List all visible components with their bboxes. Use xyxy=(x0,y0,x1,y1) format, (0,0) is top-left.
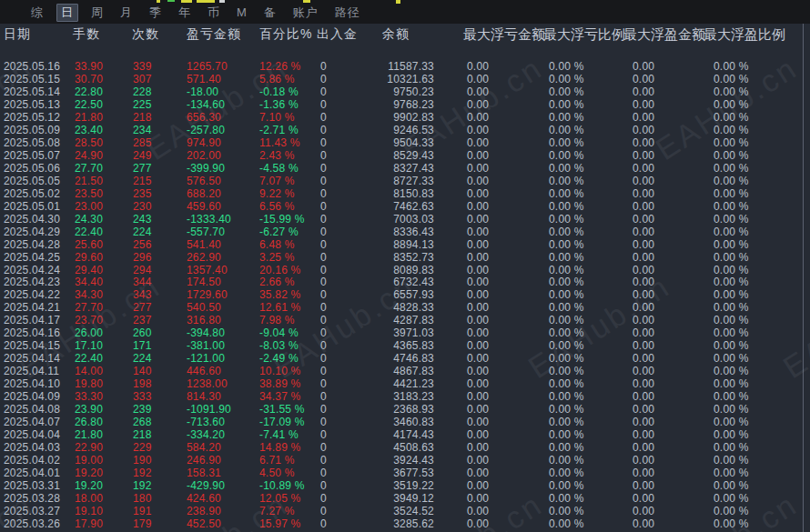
table-row[interactable]: 2025.04.1626.00260-394.80-9.04 %03971.03… xyxy=(0,326,810,339)
table-row[interactable]: 2025.05.0724.90249202.002.43 %08529.430.… xyxy=(0,149,810,162)
cell-max_float_loss_ratio: 0.00 % xyxy=(549,365,623,377)
tab-综[interactable]: 综 xyxy=(27,5,47,21)
cell-max_float_profit: 0.00 xyxy=(633,111,704,124)
cell-date: 2025.04.10 xyxy=(4,377,71,390)
top-edge-artifact xyxy=(167,0,175,2)
table-row[interactable]: 2025.05.0923.40234-257.80-2.71 %09246.53… xyxy=(0,124,810,136)
cell-balance: 4174.43 xyxy=(362,428,434,441)
table-row[interactable]: 2025.04.2529.60296262.903.25 %08352.730.… xyxy=(0,251,810,264)
cell-max_float_loss_ratio: 0.00 % xyxy=(549,162,623,175)
cell-date: 2025.05.02 xyxy=(4,187,71,200)
table-row[interactable]: 2025.04.0322.90229584.2014.89 %04508.630… xyxy=(0,441,810,454)
table-row[interactable]: 2025.05.1633.903391265.7012.26 %011587.3… xyxy=(0,60,810,73)
table-row[interactable]: 2025.04.0219.00190246.906.71 %03924.430.… xyxy=(0,454,810,467)
cell-max_float_loss: 0.00 xyxy=(467,314,538,326)
tab-月[interactable]: 月 xyxy=(116,5,137,21)
cell-max_float_loss_ratio: 0.00 % xyxy=(549,428,623,441)
table-row[interactable]: 2025.05.1221.80218656.307.10 %09902.830.… xyxy=(0,111,810,124)
table-row[interactable]: 2025.04.3024.30243-1333.40-15.99 %07003.… xyxy=(0,213,810,226)
cell-lots: 22.40 xyxy=(75,226,127,238)
table-row[interactable]: 2025.03.2818.00180424.6012.05 %03949.120… xyxy=(0,492,810,505)
cell-lots: 17.10 xyxy=(75,339,127,352)
table-row[interactable]: 2025.04.0933.30333814.3034.37 %03183.230… xyxy=(0,390,810,403)
cell-lots: 22.80 xyxy=(75,85,127,98)
cell-lots: 27.70 xyxy=(75,162,127,175)
cell-balance: 10321.63 xyxy=(362,73,434,85)
cell-max_float_profit_ratio: 0.00 % xyxy=(714,226,788,238)
cell-max_float_loss_ratio: 0.00 % xyxy=(549,326,623,339)
table-row[interactable]: 2025.04.2234.303431729.6035.82 %06557.93… xyxy=(0,288,810,301)
table-row[interactable]: 2025.05.0828.50285974.9011.43 %09504.330… xyxy=(0,136,810,149)
table-row[interactable]: 2025.04.0119.20192158.314.50 %03677.530.… xyxy=(0,467,810,479)
table-row[interactable]: 2025.05.0627.70277-399.90-4.58 %08327.43… xyxy=(0,162,810,175)
table-row[interactable]: 2025.04.0726.80268-713.60-17.09 %03460.8… xyxy=(0,416,810,428)
cell-percent: 12.61 % xyxy=(259,301,318,314)
cell-lots: 21.50 xyxy=(75,175,127,187)
cell-percent: -6.27 % xyxy=(259,226,318,238)
table-row[interactable]: 2025.04.1114.00140446.6010.10 %04867.830… xyxy=(0,365,810,377)
cell-date: 2025.04.17 xyxy=(4,314,71,326)
table-row[interactable]: 2025.03.2719.10191238.907.27 %03524.520.… xyxy=(0,505,810,517)
cell-inout: 0 xyxy=(320,187,359,200)
cell-max_float_profit_ratio: 0.00 % xyxy=(714,98,788,111)
tab-周[interactable]: 周 xyxy=(87,5,107,21)
cell-max_float_loss_ratio: 0.00 % xyxy=(549,339,623,352)
table-row[interactable]: 2025.05.0521.50215576.507.07 %08727.330.… xyxy=(0,175,810,187)
cell-max_float_profit_ratio: 0.00 % xyxy=(714,111,788,124)
cell-date: 2025.04.23 xyxy=(4,276,71,288)
table-row[interactable]: 2025.05.1530.70307571.405.86 %010321.630… xyxy=(0,73,810,85)
cell-lots: 33.90 xyxy=(75,60,127,73)
tab-币[interactable]: 币 xyxy=(204,5,224,21)
table-row[interactable]: 2025.04.2429.402941357.4020.16 %08089.83… xyxy=(0,264,810,276)
table-row[interactable]: 2025.04.2127.70277540.5012.61 %04828.330… xyxy=(0,301,810,314)
table-row[interactable]: 2025.03.2617.90179452.5015.97 %03285.620… xyxy=(0,517,810,530)
cell-inout: 0 xyxy=(320,124,359,136)
table-row[interactable]: 2025.05.1422.80228-18.00-0.18 %09750.230… xyxy=(0,85,810,98)
cell-max_float_profit: 0.00 xyxy=(633,149,704,162)
cell-count: 268 xyxy=(133,416,182,428)
cell-count: 218 xyxy=(133,111,182,124)
cell-max_float_profit_ratio: 0.00 % xyxy=(714,200,788,213)
table-row[interactable]: 2025.04.2334.40344174.502.66 %06732.430.… xyxy=(0,276,810,288)
cell-inout: 0 xyxy=(320,403,359,416)
cell-lots: 23.40 xyxy=(75,124,127,136)
cell-balance: 9902.83 xyxy=(362,111,434,124)
table-row[interactable]: 2025.05.0123.00230459.606.56 %07462.630.… xyxy=(0,200,810,213)
cell-inout: 0 xyxy=(320,276,359,288)
tab-备[interactable]: 备 xyxy=(260,5,280,21)
cell-max_float_profit_ratio: 0.00 % xyxy=(714,505,788,517)
table-row[interactable]: 2025.04.2825.60256541.406.48 %08894.130.… xyxy=(0,238,810,251)
table-row[interactable]: 2025.04.0823.90239-1091.90-31.55 %02368.… xyxy=(0,403,810,416)
cell-max_float_profit: 0.00 xyxy=(633,365,704,377)
cell-date: 2025.05.13 xyxy=(4,98,71,111)
cell-profit: -1333.40 xyxy=(187,213,256,226)
tab-路径[interactable]: 路径 xyxy=(331,5,364,21)
table-row[interactable]: 2025.04.1422.40224-121.00-2.49 %04746.83… xyxy=(0,352,810,365)
tab-日[interactable]: 日 xyxy=(56,4,78,22)
tab-季[interactable]: 季 xyxy=(146,5,166,21)
table-row[interactable]: 2025.05.1322.50225-134.60-1.36 %09768.23… xyxy=(0,98,810,111)
daily-statistics-table: 日期手数次数盈亏金额百分比%出入金余额最大浮亏金额最大浮亏比例最大浮盈金额最大浮… xyxy=(0,24,810,532)
table-row[interactable]: 2025.04.0421.80218-334.20-7.41 %04174.43… xyxy=(0,428,810,441)
cell-lots: 26.80 xyxy=(75,416,127,428)
cell-max_float_loss_ratio: 0.00 % xyxy=(549,441,623,454)
tab-年[interactable]: 年 xyxy=(175,5,195,21)
cell-date: 2025.04.14 xyxy=(4,352,71,365)
table-row[interactable]: 2025.04.1019.801981238.0038.89 %04421.23… xyxy=(0,377,810,390)
table-row[interactable]: 2025.04.1517.10171-381.00-8.03 %04365.83… xyxy=(0,339,810,352)
cell-profit: -713.60 xyxy=(187,416,256,428)
table-row[interactable]: 2025.04.1723.70237316.807.98 %04287.830.… xyxy=(0,314,810,326)
cell-percent: 11.43 % xyxy=(259,136,318,149)
cell-max_float_profit: 0.00 xyxy=(633,251,704,264)
cell-percent: 2.43 % xyxy=(259,149,318,162)
cell-lots: 24.90 xyxy=(75,149,127,162)
table-row[interactable]: 2025.03.3119.20192-429.90-10.89 %03519.2… xyxy=(0,479,810,492)
table-row[interactable]: 2025.04.2922.40224-557.70-6.27 %08336.43… xyxy=(0,226,810,238)
cell-max_float_loss_ratio: 0.00 % xyxy=(549,403,623,416)
tab-账户[interactable]: 账户 xyxy=(289,5,322,21)
cell-max_float_loss: 0.00 xyxy=(467,326,538,339)
tab-M[interactable]: M xyxy=(233,5,251,21)
cell-max_float_profit_ratio: 0.00 % xyxy=(714,365,788,377)
table-row[interactable]: 2025.05.0223.50235688.209.22 %08150.830.… xyxy=(0,187,810,200)
cell-balance: 8894.13 xyxy=(362,238,434,251)
